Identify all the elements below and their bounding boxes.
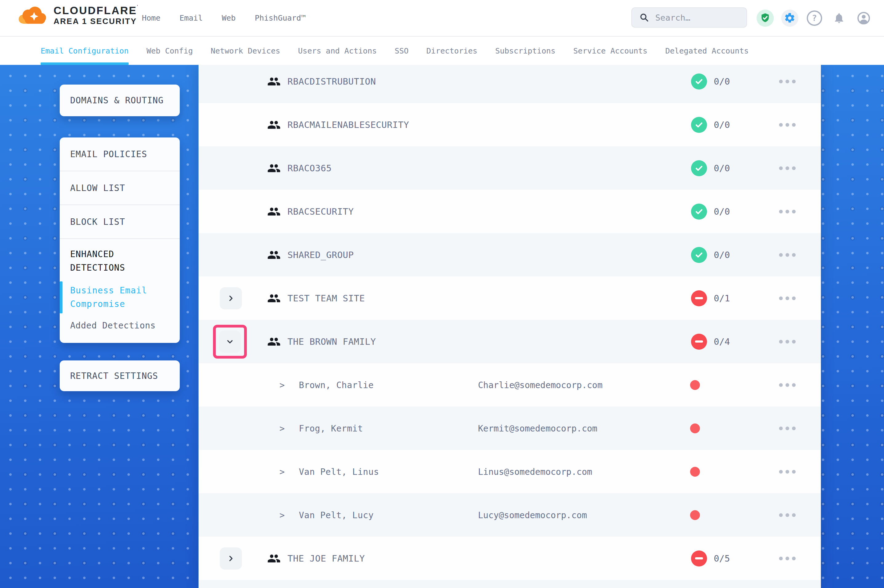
member-expand-chevron[interactable]: >: [280, 380, 285, 390]
shield-check-icon: [760, 13, 770, 23]
table-row-group[interactable]: RBACO3650/0: [198, 146, 821, 190]
ellipsis-icon: [779, 556, 783, 560]
nav-item-home[interactable]: Home: [142, 14, 160, 22]
tab-directories[interactable]: Directories: [426, 37, 477, 65]
status-count: 0/0: [714, 120, 730, 130]
notifications-button[interactable]: [830, 9, 848, 27]
table-row-member[interactable]: >Frog, KermitKermit@somedemocorp.com: [198, 406, 821, 450]
table-row-member[interactable]: >Van Pelt, LinusLinus@somedemocorp.com: [198, 450, 821, 493]
row-menu-button[interactable]: [776, 250, 799, 260]
member-email: Lucy@somedemocorp.com: [478, 510, 587, 520]
content-area: DOMAINS & ROUTING EMAIL POLICIES ALLOW L…: [0, 65, 884, 588]
tab-network-devices[interactable]: Network Devices: [211, 37, 280, 65]
ellipsis-icon: [785, 340, 789, 344]
chevron-down-icon: [226, 338, 234, 346]
ellipsis-icon: [792, 470, 796, 474]
config-tabbar: Email ConfigurationWeb ConfigNetwork Dev…: [0, 37, 884, 65]
expand-group-button[interactable]: [220, 548, 242, 570]
bell-icon: [833, 12, 845, 24]
row-menu-button[interactable]: [776, 163, 799, 173]
row-menu-button[interactable]: [776, 207, 799, 216]
member-name: Van Pelt, Lucy: [299, 510, 374, 520]
sidebar-item-added-detections[interactable]: Added Detections: [70, 319, 170, 333]
user-icon: [857, 11, 870, 25]
row-menu-button[interactable]: [776, 423, 799, 433]
table-row-group[interactable]: TEST TEAM SITE0/1: [198, 276, 821, 320]
member-name: Brown, Charlie: [299, 380, 374, 390]
group-name: THE JOE FAMILY: [287, 553, 365, 564]
member-expand-chevron[interactable]: >: [280, 510, 285, 520]
table-row-group[interactable]: THE JOE FAMILY0/5: [198, 537, 821, 580]
row-menu-button[interactable]: [776, 337, 799, 346]
expand-group-button[interactable]: [220, 287, 242, 309]
sidebar-item-email-policies[interactable]: EMAIL POLICIES: [60, 138, 180, 171]
tab-users-and-actions[interactable]: Users and Actions: [298, 37, 377, 65]
search-box[interactable]: [631, 8, 747, 28]
table-row-member[interactable]: >Van Pelt, LucyLucy@somedemocorp.com: [198, 493, 821, 537]
group-icon: [267, 291, 281, 305]
brand-name: CLOUDFLARE: [54, 4, 137, 16]
tab-delegated-accounts[interactable]: Delegated Accounts: [665, 37, 749, 65]
group-status: 0/0: [691, 160, 730, 176]
row-menu-button[interactable]: [776, 467, 799, 477]
chevron-right-icon: [227, 555, 235, 562]
brand-logo[interactable]: CLOUDFLARE' AREA 1 SECURITY: [17, 4, 138, 26]
sidebar-item-business-email-compromise[interactable]: Business Email Compromise: [70, 284, 170, 311]
tab-subscriptions[interactable]: Subscriptions: [495, 37, 556, 65]
settings-button[interactable]: [781, 9, 798, 27]
row-menu-button[interactable]: [776, 510, 799, 520]
ellipsis-icon: [779, 513, 783, 517]
tab-sso[interactable]: SSO: [395, 37, 409, 65]
search-input[interactable]: [655, 13, 739, 23]
table-row-group[interactable]: SHARED_GROUP0/0: [198, 233, 821, 276]
sidebar-item-allow-list[interactable]: ALLOW LIST: [60, 171, 180, 205]
group-name: SHARED_GROUP: [287, 250, 354, 260]
sidebar-label: DOMAINS & ROUTING: [70, 95, 164, 105]
gear-icon: [784, 13, 795, 24]
ellipsis-icon: [792, 383, 796, 387]
group-icon: [267, 205, 281, 218]
app-window: CLOUDFLARE' AREA 1 SECURITY HomeEmailWeb…: [0, 0, 884, 588]
nav-item-phishguard-[interactable]: PhishGuard™: [255, 14, 306, 22]
sidebar-item-block-list[interactable]: BLOCK LIST: [60, 205, 180, 239]
row-menu-button[interactable]: [776, 380, 799, 390]
status-count: 0/0: [714, 206, 730, 217]
groups-table: RBACDISTRUBUTION0/0RBACMAILENABLESECURIT…: [198, 65, 821, 588]
ellipsis-icon: [785, 210, 789, 213]
nav-item-email[interactable]: Email: [179, 14, 203, 22]
table-row-group[interactable]: RBACDISTRUBUTION0/0: [198, 65, 821, 103]
table-row-group[interactable]: THE BROWN FAMILY0/4: [198, 320, 821, 363]
table-row-member[interactable]: >Brown, CharlieCharlie@somedemocorp.com: [198, 363, 821, 406]
ellipsis-icon: [779, 383, 783, 387]
security-status-button[interactable]: [756, 9, 774, 27]
status-count: 0/4: [714, 336, 730, 347]
ellipsis-icon: [792, 80, 796, 83]
ellipsis-icon: [785, 556, 789, 560]
alert-dot: [690, 380, 700, 390]
status-count: 0/0: [714, 163, 730, 174]
table-row-group[interactable]: RBACSECURITY0/0: [198, 190, 821, 233]
tab-email-configuration[interactable]: Email Configuration: [41, 37, 129, 65]
member-expand-chevron[interactable]: >: [280, 423, 285, 433]
ellipsis-icon: [779, 210, 783, 213]
ellipsis-icon: [792, 297, 796, 300]
help-button[interactable]: ?: [806, 9, 823, 27]
ellipsis-icon: [792, 556, 796, 560]
group-name: RBACMAILENABLESECURITY: [287, 120, 409, 130]
row-menu-button[interactable]: [776, 120, 799, 130]
annotation-highlight-box: [213, 325, 247, 358]
collapse-group-button[interactable]: [219, 331, 241, 353]
group-name: THE BROWN FAMILY: [287, 336, 376, 347]
tab-service-accounts[interactable]: Service Accounts: [573, 37, 648, 65]
sidebar-item-domains-routing[interactable]: DOMAINS & ROUTING: [60, 85, 180, 116]
row-menu-button[interactable]: [776, 293, 799, 303]
sidebar-item-retract-settings[interactable]: RETRACT SETTINGS: [60, 360, 180, 391]
row-menu-button[interactable]: [776, 554, 799, 563]
table-row-group[interactable]: RBACMAILENABLESECURITY0/0: [198, 103, 821, 146]
member-expand-chevron[interactable]: >: [280, 466, 285, 477]
nav-item-web[interactable]: Web: [222, 14, 236, 22]
tab-web-config[interactable]: Web Config: [146, 37, 193, 65]
account-button[interactable]: [855, 9, 872, 27]
cloudflare-cloud-icon: [17, 4, 49, 26]
row-menu-button[interactable]: [776, 76, 799, 86]
